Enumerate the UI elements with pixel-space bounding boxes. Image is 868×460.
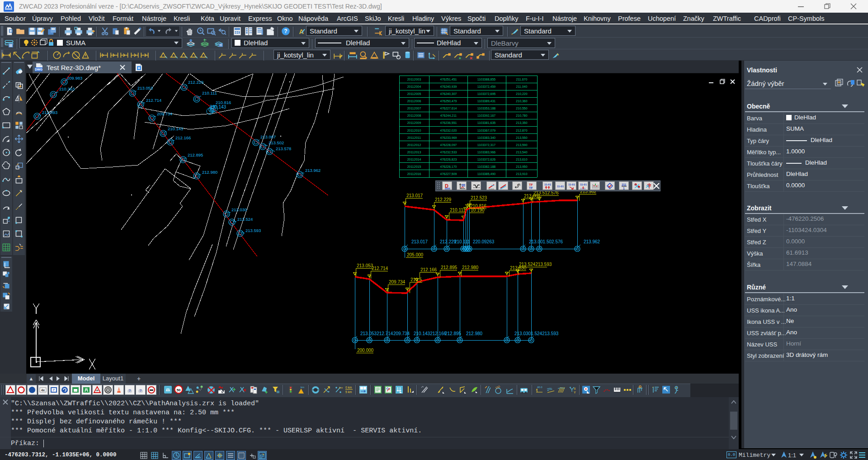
svg-text:213.524: 213.524 <box>237 217 253 222</box>
svg-text:1103383,966: 1103383,966 <box>477 151 495 154</box>
svg-text:476251,451: 476251,451 <box>440 78 457 81</box>
svg-text:212.895: 212.895 <box>188 152 203 157</box>
svg-text:476244,211: 476244,211 <box>440 114 457 117</box>
svg-text:210.143212.166: 210.143212.166 <box>414 331 447 336</box>
svg-text:210.111: 210.111 <box>450 208 466 213</box>
svg-text:213.962: 213.962 <box>584 239 600 244</box>
svg-text:50: 50 <box>177 388 181 392</box>
svg-text:212.895: 212.895 <box>441 265 458 270</box>
svg-text:4x: 4x <box>41 389 45 392</box>
svg-text:212.895: 212.895 <box>445 331 462 336</box>
svg-text:1103385,490: 1103385,490 <box>477 172 495 175</box>
svg-text:11-01: 11-01 <box>557 185 564 188</box>
svg-text:20112003: 20112003 <box>407 78 421 81</box>
svg-text:212.714: 212.714 <box>146 98 161 103</box>
svg-text:476233,969: 476233,969 <box>440 136 457 139</box>
svg-text:1103372,695: 1103372,695 <box>477 92 495 95</box>
svg-text:212.980: 212.980 <box>462 265 479 270</box>
svg-text:40.0: 40.0 <box>537 386 542 389</box>
svg-text:1103388,855: 1103388,855 <box>477 78 495 81</box>
svg-text:11-01: 11-01 <box>568 183 575 186</box>
svg-text:213.593: 213.593 <box>245 228 261 233</box>
svg-text:20112007: 20112007 <box>407 107 421 110</box>
svg-text:213.001.502.576: 213.001.502.576 <box>529 239 563 244</box>
svg-text:1103381,635: 1103381,635 <box>477 121 495 124</box>
svg-text:20112010: 20112010 <box>407 129 421 132</box>
svg-text:1103353,188: 1103353,188 <box>477 107 495 110</box>
svg-text:213.053: 213.053 <box>357 263 373 268</box>
svg-text:210,550: 210,550 <box>516 107 527 110</box>
svg-text:476227,614: 476227,614 <box>440 107 457 110</box>
svg-text:?: ? <box>129 389 131 393</box>
svg-text:TF: TF <box>529 186 533 190</box>
svg-text:212.166: 212.166 <box>420 267 437 272</box>
svg-text:211: 211 <box>622 183 627 186</box>
svg-text:2%: 2% <box>547 387 552 392</box>
svg-text:km: km <box>301 386 304 389</box>
svg-text:Y: Y <box>574 391 576 394</box>
svg-text:200.000: 200.000 <box>357 348 374 353</box>
svg-text:476227,509: 476227,509 <box>440 172 457 175</box>
svg-text:213.502: 213.502 <box>269 140 284 145</box>
svg-text:476228,097: 476228,097 <box>440 143 457 147</box>
svg-text:213,610: 213,610 <box>516 158 527 161</box>
svg-text:476226,823: 476226,823 <box>440 158 457 161</box>
svg-text:11-01: 11-01 <box>544 183 551 186</box>
svg-text:5 km: 5 km <box>345 390 352 394</box>
svg-text:210,220: 210,220 <box>516 92 527 95</box>
svg-text:205.000: 205.000 <box>407 252 424 257</box>
svg-text:km: km <box>339 386 343 389</box>
svg-text:213.053212.714: 213.053212.714 <box>360 331 393 336</box>
svg-text:210,360: 210,360 <box>516 100 527 103</box>
svg-text:20112014: 20112014 <box>407 158 421 161</box>
svg-text:213.053: 213.053 <box>137 85 153 90</box>
svg-text:213,910: 213,910 <box>516 172 527 175</box>
svg-text:212.523: 212.523 <box>471 195 487 200</box>
svg-text:213.962: 213.962 <box>305 168 321 173</box>
svg-text:1103389,431: 1103389,431 <box>477 100 495 103</box>
svg-text:212,870: 212,870 <box>516 129 527 132</box>
svg-text:213,590: 213,590 <box>516 143 527 147</box>
svg-text:213,540: 213,540 <box>516 151 527 154</box>
svg-text:476240,307: 476240,307 <box>440 92 457 95</box>
svg-text:20112011: 20112011 <box>407 136 421 139</box>
svg-text:11-01: 11-01 <box>580 188 586 190</box>
svg-text:10.190: 10.190 <box>471 208 485 213</box>
svg-text:20112015: 20112015 <box>407 165 421 168</box>
svg-text:212.093: 212.093 <box>42 110 57 115</box>
svg-text:209.734: 209.734 <box>393 331 410 336</box>
svg-text:D: D <box>445 183 448 189</box>
svg-text:X: X <box>574 387 576 390</box>
svg-text:212.229: 212.229 <box>435 197 452 202</box>
svg-text:209.983: 209.983 <box>67 76 82 81</box>
svg-text:213.578: 213.578 <box>276 146 291 151</box>
svg-text:?: ? <box>140 389 142 393</box>
svg-text:1103392,167: 1103392,167 <box>477 114 495 117</box>
svg-text:TF: TF <box>529 183 533 186</box>
svg-text:210.143: 210.143 <box>168 126 183 131</box>
svg-text:20112016: 20112016 <box>407 172 421 175</box>
svg-text:210,780: 210,780 <box>516 114 527 117</box>
svg-text:213.0301.524213.593: 213.0301.524213.593 <box>514 331 559 336</box>
svg-text:1103367,079: 1103367,079 <box>477 129 495 132</box>
svg-text:212.980: 212.980 <box>202 170 217 175</box>
svg-text:DWG: DWG <box>35 68 43 71</box>
svg-text:20112009: 20112009 <box>407 121 421 124</box>
svg-text:1103372,317: 1103372,317 <box>477 143 495 147</box>
svg-text:210.5: 210.5 <box>410 277 422 282</box>
svg-text:209.734: 209.734 <box>157 111 172 116</box>
svg-text:20112006: 20112006 <box>407 100 421 103</box>
svg-text:II.II: II.II <box>517 184 520 186</box>
svg-text:209.734: 209.734 <box>389 280 406 285</box>
svg-text:1: 1 <box>623 187 625 190</box>
svg-text:1103372,626: 1103372,626 <box>477 158 495 161</box>
svg-text:213,950: 213,950 <box>516 165 527 168</box>
svg-text:213,350: 213,350 <box>516 121 527 124</box>
svg-text:20112008: 20112008 <box>407 114 421 117</box>
svg-text:210.111: 210.111 <box>454 239 470 244</box>
svg-text:220.09263: 220.09263 <box>473 239 495 244</box>
svg-text:211,040: 211,040 <box>516 85 528 88</box>
svg-text:211,670: 211,670 <box>516 78 528 81</box>
svg-text:P: P <box>53 389 55 392</box>
svg-text:212.980: 212.980 <box>466 331 483 336</box>
